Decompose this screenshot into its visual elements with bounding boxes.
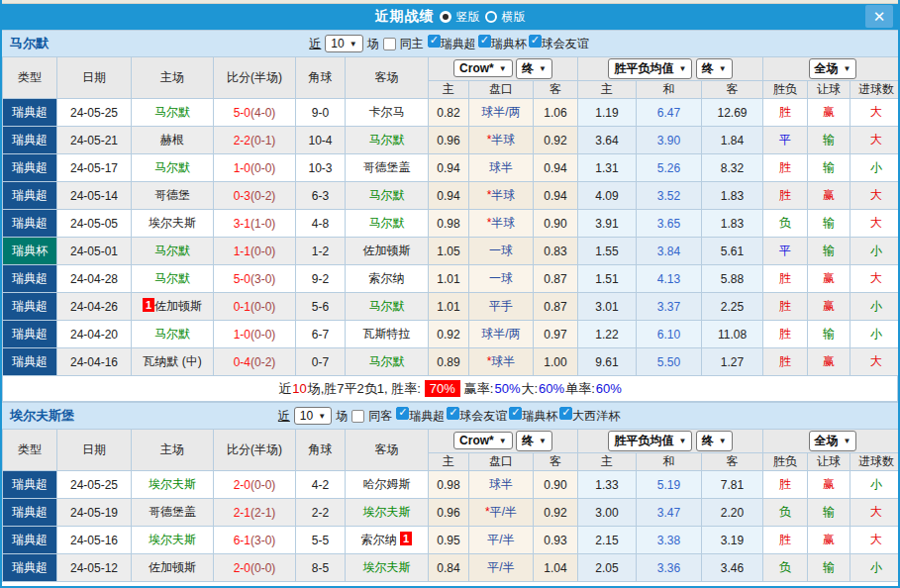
avg-odds-select[interactable]: 胜平负均值▼ bbox=[608, 58, 692, 79]
league-type-cell: 瑞典超 bbox=[3, 527, 57, 554]
final-odds-select-2[interactable]: 终▼ bbox=[696, 431, 733, 451]
goals-result-cell: 大 bbox=[850, 99, 900, 127]
league-type-cell: 瑞典超 bbox=[3, 127, 57, 154]
handicap-line: 平/半 bbox=[469, 554, 534, 582]
radio-vertical-layout[interactable] bbox=[440, 11, 451, 23]
result-cell: 平 bbox=[763, 238, 808, 265]
handicap-odds-home: 1.01 bbox=[429, 293, 469, 321]
league-checkbox-label[interactable]: 瑞典超 bbox=[409, 409, 445, 423]
close-icon[interactable]: ✕ bbox=[865, 5, 893, 28]
games-count-select[interactable]: 10▼ bbox=[294, 407, 332, 425]
result-cell: 胜 bbox=[763, 471, 808, 499]
home-team: 马尔默 bbox=[132, 154, 214, 182]
avg-odds-away: 1.83 bbox=[702, 210, 763, 238]
handicap-odds-away: 1.06 bbox=[534, 99, 578, 127]
result-cell: 负 bbox=[763, 210, 808, 238]
league-checkbox[interactable] bbox=[478, 35, 491, 48]
bookmaker-select[interactable]: Crow*▼ bbox=[453, 59, 513, 77]
handicap-odds-away: 0.87 bbox=[534, 265, 578, 293]
league-checkbox[interactable] bbox=[529, 35, 542, 48]
spread-result-cell: 赢 bbox=[808, 348, 850, 376]
away-team: 索尔纳 bbox=[346, 265, 429, 293]
sub-col-header: 主 bbox=[578, 81, 637, 99]
avg-odds-home: 3.64 bbox=[578, 127, 637, 154]
league-checkbox-label[interactable]: 瑞典杯 bbox=[491, 37, 527, 50]
league-checkbox[interactable] bbox=[396, 407, 409, 420]
league-checkbox[interactable] bbox=[428, 35, 441, 48]
league-checkbox-label[interactable]: 大西洋杯 bbox=[572, 409, 620, 423]
avg-odds-draw: 6.47 bbox=[637, 99, 702, 127]
handicap-line: 球半 bbox=[469, 471, 534, 499]
avg-odds-away: 1.83 bbox=[702, 182, 763, 210]
away-team: 佐加顿斯 bbox=[346, 238, 429, 265]
avg-odds-away: 2.25 bbox=[702, 293, 763, 321]
spread-result-cell: 输 bbox=[808, 238, 850, 265]
chevron-down-icon: ▼ bbox=[350, 40, 357, 49]
league-checkbox[interactable] bbox=[559, 407, 572, 420]
away-team: 马尔默 bbox=[346, 127, 429, 154]
league-checkbox-label[interactable]: 球会友谊 bbox=[459, 409, 507, 423]
radio-vertical-label[interactable]: 竖版 bbox=[456, 9, 480, 26]
avg-odds-away: 5.88 bbox=[702, 265, 763, 293]
games-suffix-label: 场 bbox=[367, 36, 379, 52]
league-checkbox[interactable] bbox=[509, 407, 522, 420]
final-odds-select[interactable]: 终▼ bbox=[516, 431, 552, 451]
games-count-select[interactable]: 10▼ bbox=[325, 35, 362, 52]
bookmaker-select[interactable]: Crow*▼ bbox=[453, 432, 513, 449]
result-cell: 胜 bbox=[763, 182, 808, 210]
handicap-odds-away: 0.83 bbox=[534, 238, 578, 265]
red-card-badge: 1 bbox=[143, 298, 154, 312]
handicap-odds-away: 0.94 bbox=[534, 154, 578, 182]
match-row: 瑞典超24-04-28马尔默5-0(3-0)9-2索尔纳1.01一球0.871.… bbox=[3, 265, 900, 293]
score-cell: 0-3(0-2) bbox=[214, 182, 296, 210]
league-checkbox-label[interactable]: 球会友谊 bbox=[542, 37, 589, 50]
avg-odds-draw: 3.65 bbox=[637, 210, 702, 238]
chevron-down-icon: ▼ bbox=[539, 437, 547, 445]
same-venue-checkbox[interactable] bbox=[383, 38, 396, 50]
sub-col-header: 客 bbox=[702, 81, 763, 99]
handicap-odds-away: 1.00 bbox=[534, 348, 578, 376]
sub-col-header: 客 bbox=[534, 81, 578, 99]
goals-result-cell: 小 bbox=[850, 238, 900, 265]
avg-odds-away: 11.08 bbox=[702, 321, 763, 348]
final-odds-select-2[interactable]: 终▼ bbox=[696, 58, 733, 79]
avg-odds-away: 3.19 bbox=[702, 527, 763, 554]
avg-odds-away: 5.61 bbox=[702, 238, 763, 265]
corner-cell: 8-5 bbox=[296, 554, 346, 582]
match-row: 瑞典超24-05-19哥德堡盖2-1(2-1)2-2埃尔夫斯0.96*平/半0.… bbox=[3, 499, 900, 527]
result-cell: 胜 bbox=[763, 321, 808, 348]
away-team: 瓦斯特拉 bbox=[346, 321, 429, 348]
avg-odds-select[interactable]: 胜平负均值▼ bbox=[608, 431, 692, 451]
avg-odds-away: 2.20 bbox=[702, 499, 763, 527]
match-date: 24-05-14 bbox=[57, 182, 132, 210]
score-cell: 5-0(4-0) bbox=[214, 99, 296, 127]
sub-col-header: 和 bbox=[637, 81, 702, 99]
league-checkbox[interactable] bbox=[447, 407, 459, 420]
spread-result-cell: 赢 bbox=[808, 265, 850, 293]
col-header-corner: 角球 bbox=[296, 57, 346, 99]
same-venue-label: 同主 bbox=[400, 36, 424, 52]
radio-horizontal-label[interactable]: 横版 bbox=[502, 9, 526, 26]
fulltime-select[interactable]: 全场▼ bbox=[809, 431, 857, 451]
league-filter-group: 瑞典超瑞典杯球会友谊 bbox=[428, 35, 591, 52]
goals-result-cell: 大 bbox=[850, 127, 900, 154]
match-row: 瑞典超24-04-16瓦纳默 (中)0-4(0-2)0-7马尔默0.89*球半1… bbox=[3, 348, 900, 376]
handicap-line: *平/半 bbox=[469, 499, 534, 527]
away-team: 卡尔马 bbox=[346, 99, 429, 127]
final-odds-select[interactable]: 终▼ bbox=[516, 58, 552, 79]
radio-horizontal-layout[interactable] bbox=[485, 11, 497, 23]
result-cell: 胜 bbox=[763, 293, 808, 321]
league-checkbox-label[interactable]: 瑞典超 bbox=[441, 37, 476, 50]
match-row: 瑞典超24-05-25马尔默5-0(4-0)9-0卡尔马0.82球半/两1.06… bbox=[3, 99, 900, 127]
fulltime-select[interactable]: 全场▼ bbox=[809, 58, 857, 79]
match-date: 24-05-16 bbox=[57, 527, 132, 554]
home-team: 佐加顿斯 bbox=[132, 554, 214, 582]
league-type-cell: 瑞典超 bbox=[3, 348, 57, 376]
avg-odds-draw: 6.10 bbox=[637, 321, 702, 348]
handicap-line: *半球 bbox=[469, 182, 534, 210]
same-venue-checkbox[interactable] bbox=[351, 410, 364, 423]
chevron-down-icon: ▼ bbox=[318, 412, 326, 421]
team-name: 埃尔夫斯堡 bbox=[10, 407, 74, 425]
league-checkbox-label[interactable]: 瑞典杯 bbox=[522, 409, 557, 423]
corner-cell: 5-5 bbox=[296, 527, 346, 554]
